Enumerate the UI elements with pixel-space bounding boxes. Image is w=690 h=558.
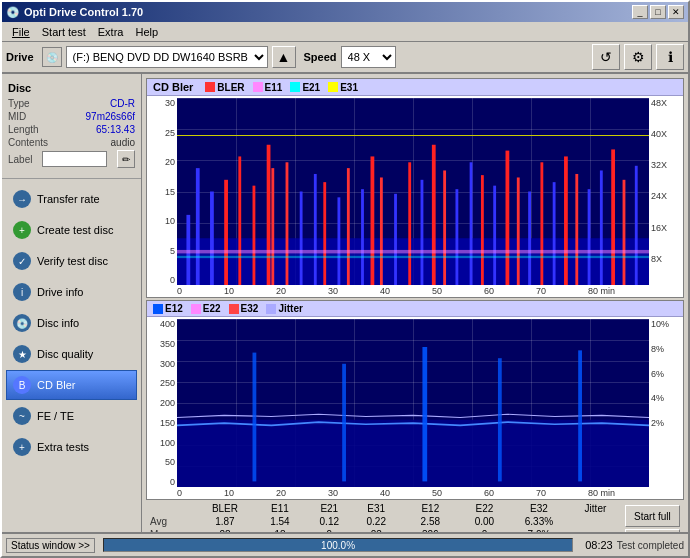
col-header-label: [146, 502, 196, 515]
progress-bar-container: 100.0%: [103, 538, 573, 552]
menu-start-test[interactable]: Start test: [36, 25, 92, 39]
top-chart-panel: CD Bler BLER E11 E21 E31 30 25 20 15 10 …: [146, 78, 684, 298]
top-chart-svg-area: [177, 98, 649, 285]
menu-file[interactable]: File: [6, 25, 36, 39]
title-icon: 💿: [6, 6, 20, 19]
svg-rect-27: [506, 151, 510, 285]
content-area: CD Bler BLER E11 E21 E31 30 25 20 15 10 …: [142, 74, 688, 532]
stats-and-buttons: BLER E11 E21 E31 E12 E22 E32 Jitter: [146, 502, 684, 532]
create-test-disc-label: Create test disc: [37, 224, 113, 236]
avg-e11: 1.54: [254, 515, 306, 528]
label-edit-button[interactable]: ✏: [117, 150, 135, 168]
svg-rect-43: [342, 364, 346, 482]
legend-e32: E32: [229, 303, 259, 314]
disc-section: Disc Type CD-R MID 97m26s66f Length 65:1…: [2, 78, 141, 179]
bottom-chart-panel: E12 E22 E32 Jitter 400 350 300 250 200 1…: [146, 300, 684, 500]
close-button[interactable]: ✕: [668, 5, 684, 19]
svg-rect-9: [286, 162, 289, 285]
drive-select[interactable]: (F:) BENQ DVD DD DW1640 BSRB: [66, 46, 268, 68]
type-value: CD-R: [110, 98, 135, 109]
bottom-chart-svg-area: [177, 319, 649, 487]
svg-rect-32: [564, 156, 568, 285]
contents-value: audio: [111, 137, 135, 148]
status-time: 08:23: [585, 539, 613, 551]
nav-create-test-disc[interactable]: + Create test disc: [6, 215, 137, 245]
refresh-button[interactable]: ↺: [592, 44, 620, 70]
svg-rect-29: [528, 192, 531, 286]
svg-rect-17: [380, 177, 383, 285]
mid-value: 97m26s66f: [86, 111, 135, 122]
disc-section-title: Disc: [8, 82, 135, 94]
extra-tests-icon: +: [13, 438, 31, 456]
status-bar: Status window >> 100.0% 08:23 Test compl…: [2, 532, 688, 556]
nav-disc-info[interactable]: 💿 Disc info: [6, 308, 137, 338]
bler-dot: [205, 82, 215, 92]
action-buttons: Start full Start part: [621, 502, 684, 532]
disc-mid-row: MID 97m26s66f: [8, 111, 135, 122]
settings-button[interactable]: ⚙: [624, 44, 652, 70]
top-y-labels-right: 48X 40X 32X 24X 16X 8X: [649, 98, 681, 285]
svg-rect-14: [347, 168, 350, 285]
bottom-y-labels-right: 10% 8% 6% 4% 2%: [649, 319, 681, 487]
svg-rect-36: [611, 149, 615, 285]
label-input[interactable]: [42, 151, 107, 167]
contents-label: Contents: [8, 137, 48, 148]
svg-rect-12: [323, 182, 326, 285]
nav-disc-quality[interactable]: ★ Disc quality: [6, 339, 137, 369]
fe-te-label: FE / TE: [37, 410, 74, 422]
svg-rect-38: [635, 166, 638, 285]
maximize-button[interactable]: □: [650, 5, 666, 19]
minimize-button[interactable]: _: [632, 5, 648, 19]
avg-e32: 6.33%: [508, 515, 570, 528]
cd-bler-icon: B: [13, 376, 31, 394]
speed-select[interactable]: 48 X: [341, 46, 396, 68]
col-header-e22: E22: [461, 502, 508, 515]
info-button[interactable]: ℹ: [656, 44, 684, 70]
svg-rect-40: [177, 256, 649, 258]
eject-button[interactable]: ▲: [272, 46, 296, 68]
avg-e21: 0.12: [306, 515, 353, 528]
svg-rect-18: [394, 194, 397, 285]
transfer-rate-label: Transfer rate: [37, 193, 100, 205]
bottom-chart-title: E12 E22 E32 Jitter: [147, 301, 683, 317]
title-bar-buttons: _ □ ✕: [632, 5, 684, 19]
svg-rect-7: [267, 145, 271, 285]
svg-rect-21: [432, 145, 436, 285]
svg-rect-30: [540, 162, 543, 285]
svg-rect-28: [517, 177, 520, 285]
col-header-e12: E12: [400, 502, 461, 515]
disc-quality-label: Disc quality: [37, 348, 93, 360]
svg-rect-6: [253, 186, 256, 285]
verify-test-disc-label: Verify test disc: [37, 255, 108, 267]
disc-type-row: Type CD-R: [8, 98, 135, 109]
svg-rect-2: [196, 168, 200, 285]
nav-fe-te[interactable]: ~ FE / TE: [6, 401, 137, 431]
svg-rect-15: [361, 189, 364, 285]
svg-rect-33: [575, 174, 578, 285]
svg-rect-46: [578, 350, 582, 481]
menu-extra[interactable]: Extra: [92, 25, 130, 39]
window-title: Opti Drive Control 1.70: [24, 6, 143, 18]
start-full-button[interactable]: Start full: [625, 505, 680, 527]
length-label: Length: [8, 124, 39, 135]
nav-transfer-rate[interactable]: → Transfer rate: [6, 184, 137, 214]
top-y-labels-left: 30 25 20 15 10 5 0: [149, 98, 177, 285]
nav-extra-tests[interactable]: + Extra tests: [6, 432, 137, 462]
status-window-button[interactable]: Status window >>: [6, 538, 95, 553]
transfer-rate-icon: →: [13, 190, 31, 208]
svg-rect-23: [455, 189, 458, 285]
nav-drive-info[interactable]: i Drive info: [6, 277, 137, 307]
nav-verify-test-disc[interactable]: ✓ Verify test disc: [6, 246, 137, 276]
drive-info-icon: i: [13, 283, 31, 301]
legend-e31: E31: [328, 82, 358, 93]
nav-cd-bler[interactable]: B CD Bler: [6, 370, 137, 400]
menu-bar: File Start test Extra Help: [2, 22, 688, 42]
main-content: Disc Type CD-R MID 97m26s66f Length 65:1…: [2, 74, 688, 532]
e32-dot: [229, 304, 239, 314]
menu-help[interactable]: Help: [129, 25, 164, 39]
col-header-e11: E11: [254, 502, 306, 515]
bottom-chart-body: 400 350 300 250 200 150 100 50 0: [147, 317, 683, 487]
speed-label: Speed: [304, 51, 337, 63]
svg-rect-22: [443, 170, 446, 285]
col-header-jitter: Jitter: [570, 502, 621, 515]
